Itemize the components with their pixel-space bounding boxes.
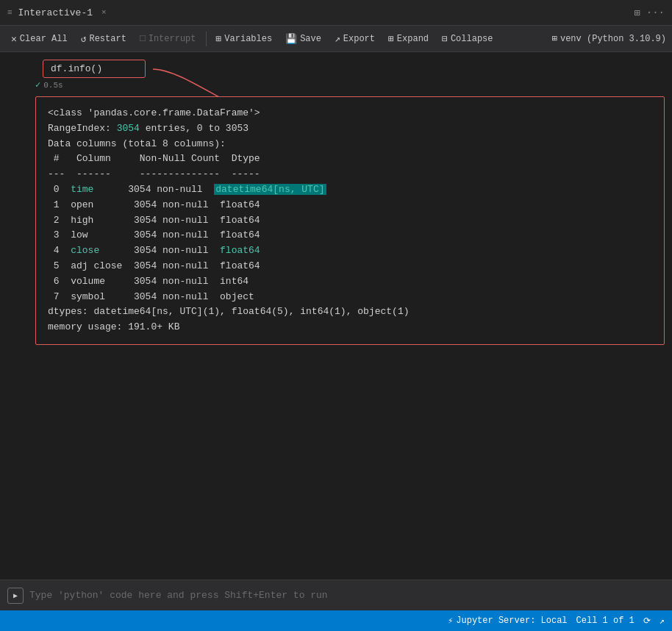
export-icon: ↗ <box>335 33 340 45</box>
toolbar: ✕ Clear All ↺ Restart □ Interrupt ⊞ Vari… <box>0 26 672 52</box>
variables-icon: ⊞ <box>216 33 222 45</box>
input-cell[interactable]: df.info() <box>43 60 146 78</box>
output-dots: ··· <box>0 102 1 111</box>
jupyter-server-label: Jupyter Server: Local <box>456 616 567 626</box>
output-row-5: 5 adj close 3054 non-null float64 <box>48 259 652 274</box>
range-index-value: 3054 <box>117 123 140 134</box>
tab-close-button[interactable]: × <box>99 7 110 18</box>
output-row-1: 1 open 3054 non-null float64 <box>48 198 652 213</box>
clear-all-button[interactable]: ✕ Clear All <box>6 31 73 47</box>
output-row-2: 2 high 3054 non-null float64 <box>48 213 652 229</box>
variables-button[interactable]: ⊞ Variables <box>211 31 278 47</box>
output-row-4: 4 close 3054 non-null float64 <box>48 243 652 259</box>
output-line-header: # Column Non-Null Count Dtype <box>48 151 652 167</box>
interrupt-icon: □ <box>140 33 146 44</box>
col-time: time <box>71 184 93 195</box>
dtype-float64-close: float64 <box>220 245 260 256</box>
output-memory: memory usage: 191.0+ KB <box>48 320 652 335</box>
collapse-icon: ⊟ <box>442 33 448 45</box>
server-icon: ⚡ <box>448 616 453 627</box>
open-icon: ↗ <box>660 616 665 627</box>
toolbar-separator-1 <box>206 32 207 46</box>
save-button[interactable]: 💾 Save <box>280 31 326 47</box>
layout-icon[interactable]: ⊞ <box>634 7 640 19</box>
restart-icon: ↺ <box>81 33 87 45</box>
run-button[interactable]: ▶ <box>7 588 24 604</box>
jupyter-server-status: ⚡ Jupyter Server: Local <box>448 616 567 627</box>
output-area: <class 'pandas.core.frame.DataFrame'> Ra… <box>35 96 665 345</box>
check-icon: ✓ <box>35 79 40 90</box>
exec-time: ✓ 0.5s <box>35 79 665 90</box>
col-close: close <box>71 245 99 256</box>
output-line-2: RangeIndex: 3054 entries, 0 to 3053 <box>48 121 652 137</box>
output-line-separator: --- ------ -------------- ----- <box>48 167 652 182</box>
output-dtypes: dtypes: datetime64[ns, UTC](1), float64(… <box>48 304 652 320</box>
main-content: df.info() ✓ 0.5s ··· <class <box>0 52 672 610</box>
venv-icon: ⊞ <box>552 33 557 44</box>
output-row-7: 7 symbol 3054 non-null object <box>48 290 652 305</box>
tab-name: Interactive-1 <box>18 7 93 18</box>
expand-icon: ⊞ <box>388 33 394 45</box>
collapse-button[interactable]: ⊟ Collapse <box>437 31 498 47</box>
save-icon: 💾 <box>285 33 297 45</box>
cell-indicator: Cell 1 of 1 <box>576 616 635 626</box>
output-line-1: <class 'pandas.core.frame.DataFrame'> <box>48 106 652 121</box>
output-row-3: 3 low 3054 non-null float64 <box>48 228 652 243</box>
interrupt-button[interactable]: □ Interrupt <box>135 31 201 46</box>
exec-time-value: 0.5s <box>43 81 62 90</box>
status-bar: ⚡ Jupyter Server: Local Cell 1 of 1 ⟳ ↗ <box>0 610 672 631</box>
refresh-icon: ⟳ <box>643 616 651 627</box>
output-row-0: 0 time 3054 non-null datetime64[ns, UTC] <box>48 182 652 198</box>
notebook-icon: ≡ <box>7 8 12 17</box>
clear-icon: ✕ <box>11 33 17 45</box>
output-row-6: 6 volume 3054 non-null int64 <box>48 274 652 290</box>
refresh-icon-btn[interactable]: ⟳ <box>643 616 651 627</box>
toolbar-right: ⊞ venv (Python 3.10.9) <box>552 33 666 44</box>
dtype-datetime: datetime64[ns, UTC] <box>214 184 326 195</box>
export-button[interactable]: ↗ Export <box>329 31 380 47</box>
cell-container: df.info() ✓ 0.5s ··· <class <box>0 60 672 345</box>
title-right: ⊞ ··· <box>634 7 665 19</box>
more-options-icon[interactable]: ··· <box>646 7 665 18</box>
open-icon-btn[interactable]: ↗ <box>660 616 665 627</box>
cell-label: Cell 1 of 1 <box>576 616 635 626</box>
title-bar: ≡ Interactive-1 × ⊞ ··· <box>0 0 672 26</box>
bottom-input-bar: ▶ Type 'python' code here and press Shif… <box>0 580 672 610</box>
code-input[interactable]: Type 'python' code here and press Shift+… <box>29 590 665 601</box>
restart-button[interactable]: ↺ Restart <box>76 31 132 47</box>
venv-label: venv (Python 3.10.9) <box>560 34 666 44</box>
title-left: ≡ Interactive-1 × <box>7 7 110 18</box>
expand-button[interactable]: ⊞ Expand <box>383 31 434 47</box>
output-line-3: Data columns (total 8 columns): <box>48 137 652 152</box>
